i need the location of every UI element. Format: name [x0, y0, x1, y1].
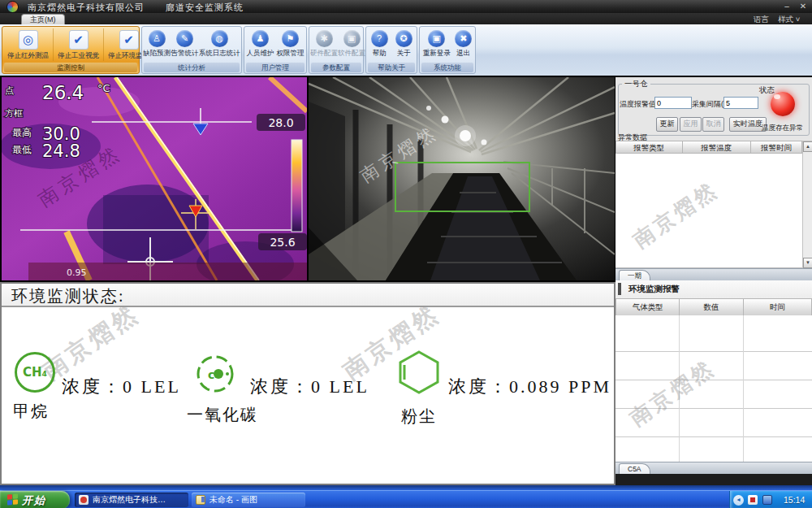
tray-network-icon[interactable] — [762, 495, 772, 505]
help-button[interactable]: ? 帮助 — [371, 28, 388, 59]
group-label-system-functions: 系统功能 — [421, 63, 473, 72]
globe-comment-icon: ✪ — [395, 30, 412, 47]
exit-button[interactable]: ✖ 退出 — [455, 28, 472, 59]
hardware-config-label: 硬件配置 — [310, 49, 338, 59]
col-gas-type[interactable]: 气体类型 — [615, 298, 680, 316]
concentration-label: 浓度： — [448, 376, 509, 397]
min-temp-value: 24.8 — [42, 141, 80, 161]
concentration-label: 浓度： — [62, 376, 123, 397]
col-alarm-type[interactable]: 报警类型 — [615, 141, 683, 154]
alarm-table-scrollbar[interactable]: ▲ ▼ — [802, 141, 812, 269]
title-bar: 南京熠然电子科技有限公司廊道安全监测系统 – ✕ — [0, 0, 812, 13]
col-value[interactable]: 数值 — [680, 298, 743, 316]
monitor-icon: ▣ — [343, 30, 361, 47]
personnel-maintain-button[interactable]: ♟ 人员维护 — [247, 28, 274, 59]
ribbon-group-monitor-control: ◎ 停止红外测温 ✔ 停止工业视觉 ✔ 停止环境监测 监测控制 — [2, 26, 140, 74]
taskbar-task-paint[interactable]: 未命名 - 画图 — [192, 493, 305, 507]
tray-chevron-icon[interactable]: ◂ — [733, 495, 744, 506]
scroll-down-icon[interactable]: ▼ — [803, 258, 812, 268]
ribbon-group-statistics: ♙ 缺陷预测 ✎ 告警统计 ◍ 系统日志统计 统计分析 — [141, 26, 242, 74]
point-label: 点 — [5, 85, 14, 96]
stop-infrared-button[interactable]: ◎ 停止红外测温 — [3, 28, 54, 61]
question-mark-icon: ? — [371, 30, 388, 47]
col-alarm-time[interactable]: 报警时间 — [751, 141, 802, 154]
check-icon: ✔ — [69, 30, 89, 50]
tab-c5a[interactable]: C5A — [619, 463, 650, 475]
flag-key-icon: ⚑ — [282, 30, 299, 47]
person-walking-icon: ♙ — [149, 30, 166, 47]
right-panel: 一号仓 状态 温度报警值(°C): 采集间隔(分): 更新 应用 取消 实时温度… — [615, 77, 812, 485]
section-accent-bar — [618, 283, 621, 295]
col-time[interactable]: 时间 — [744, 298, 812, 316]
system-name: 廊道安全监测系统 — [166, 2, 244, 12]
interval-input[interactable] — [723, 97, 758, 109]
minimize-button[interactable]: – — [781, 2, 793, 11]
help-label: 帮助 — [373, 49, 387, 59]
pencil-icon: ✎ — [176, 30, 193, 47]
dust-icon — [396, 349, 442, 396]
taskbar-task-monitoring-app[interactable]: 南京熠然电子科技… — [75, 493, 188, 507]
defect-predict-button[interactable]: ♙ 缺陷预测 — [143, 28, 171, 59]
apply-button: 应用 — [680, 117, 702, 132]
scroll-up-icon[interactable]: ▲ — [803, 141, 812, 152]
taskbar: 开始 南京熠然电子科技… 未命名 - 画图 ◂ 15:14 — [0, 490, 812, 508]
window-icon: ▣ — [428, 30, 445, 47]
thermal-camera-view: 28.0 25.6 点 26.4 °C 方框 最高 30.0 最低 24.8 0… — [2, 77, 307, 280]
ribbon-group-help-about: ? 帮助 ✪ 关于 帮助关于 — [365, 26, 417, 74]
silo1-group-title: 一号仓 — [622, 79, 650, 89]
alarm-stats-label: 告警统计 — [171, 49, 198, 59]
temp-unit: °C — [97, 82, 110, 94]
group-label-parameter-config: 参数配置 — [311, 63, 361, 72]
close-button[interactable]: ✕ — [797, 2, 809, 11]
software-config-button: ▣ 软件配置 — [338, 28, 365, 59]
env-alarm-table-body: 南京熠然 — [615, 315, 812, 462]
alarm-lamp-icon — [771, 92, 795, 116]
relogin-button[interactable]: ▣ 重新登录 — [423, 28, 451, 59]
co-value: 0 LEL — [311, 376, 369, 397]
tray-app-icon[interactable] — [748, 495, 758, 505]
temp-alarm-input[interactable] — [654, 97, 692, 109]
tab-home[interactable]: 主页(M) — [21, 14, 65, 25]
industrial-camera-view: 南京熠然 — [309, 77, 615, 280]
carbon-monoxide-icon: c — [195, 354, 235, 394]
thermal-scale-bar — [292, 140, 302, 232]
env-alarm-title: 环境监测报警 — [628, 284, 680, 295]
ribbon-group-user-management: ♟ 人员维护 ⚑ 权限管理 用户管理 — [244, 26, 307, 74]
globe-icon: ◍ — [211, 30, 228, 47]
corridor-monitoring-app: 南京熠然电子科技有限公司廊道安全监测系统 – ✕ 主页(M) 语言 样式 ˅ ◎… — [0, 0, 812, 508]
menu-row: 主页(M) 语言 样式 ˅ — [0, 13, 812, 24]
lamp-caption: 温度存在异常 — [762, 124, 803, 133]
tab-phase1[interactable]: 一期 — [619, 270, 650, 281]
update-button[interactable]: 更新 — [656, 117, 678, 132]
ribbon-group-parameter-config: ✱ 硬件配置 ▣ 软件配置 参数配置 — [309, 26, 364, 74]
start-label: 开始 — [22, 493, 46, 508]
env-status-panel: 环境监测状态: 南京熠然 南京熠然 CH₄ 浓度：0 LEL 甲烷 c 浓度：0… — [0, 282, 615, 485]
stop-industrial-vision-button[interactable]: ✔ 停止工业视觉 — [54, 28, 104, 61]
system-tray: ◂ 15:14 — [729, 491, 812, 508]
company-name: 南京熠然电子科技有限公司 — [28, 2, 145, 12]
methane-icon: CH₄ — [15, 352, 55, 393]
stop-infrared-label: 停止红外测温 — [7, 51, 49, 61]
point-temp-value: 26.4 — [42, 82, 84, 103]
window-title: 南京熠然电子科技有限公司廊道安全监测系统 — [28, 2, 244, 14]
col-alarm-temp[interactable]: 报警温度 — [683, 141, 752, 154]
scale-min-value: 25.6 — [270, 236, 295, 249]
max-label: 最高 — [12, 127, 32, 138]
syslog-stats-button[interactable]: ◍ 系统日志统计 — [199, 28, 240, 59]
permission-manage-button[interactable]: ⚑ 权限管理 — [277, 28, 304, 59]
group-label-statistics: 统计分析 — [144, 63, 240, 72]
personnel-maintain-label: 人员维护 — [247, 49, 274, 59]
about-button[interactable]: ✪ 关于 — [395, 28, 412, 59]
dust-reading: 浓度：0.089 PPM — [448, 375, 611, 399]
co-name: 一氧化碳 — [187, 404, 258, 426]
infrared-icon: ◎ — [19, 30, 38, 50]
alarm-stats-button[interactable]: ✎ 告警统计 — [171, 28, 198, 59]
co-icon-text: c — [208, 368, 214, 381]
paint-icon — [196, 495, 205, 505]
stop-industrial-vision-label: 停止工业视觉 — [58, 51, 99, 61]
env-alarm-table-header: 气体类型 数值 时间 — [615, 298, 812, 311]
start-button[interactable]: 开始 — [0, 491, 70, 508]
hardware-config-button: ✱ 硬件配置 — [310, 28, 338, 59]
env-status-title: 环境监测状态: — [11, 285, 125, 307]
dust-value: 0.089 PPM — [509, 376, 611, 397]
